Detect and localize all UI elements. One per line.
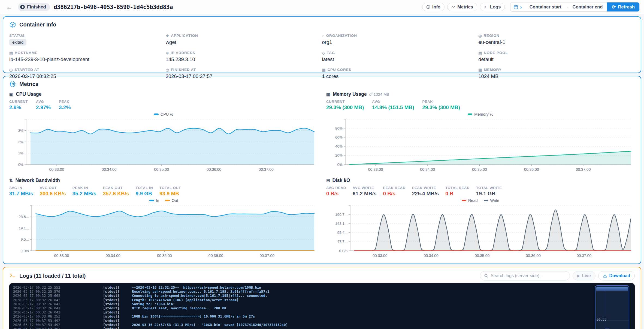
info-field-node-pool: ▤NODE POOLdefault — [478, 51, 635, 62]
range-start-label[interactable]: Container start — [530, 4, 561, 10]
stat-peak-write: PEAK WRITE225.4 MB/s — [412, 186, 439, 197]
disk-io-chart: 0 B/s47.7...95.4...143.1...190.7...00:33… — [326, 203, 635, 259]
status-badge-label: Finished — [27, 4, 46, 10]
svg-text:28.6...: 28.6... — [19, 215, 29, 219]
refresh-button[interactable]: ⟳ Refresh — [607, 2, 639, 11]
svg-text:00:33:00: 00:33:00 — [49, 167, 64, 172]
svg-text:0 B/s: 0 B/s — [20, 249, 29, 253]
container-info-title: Container Info — [19, 22, 56, 28]
chip-icon: ▣ — [322, 68, 326, 72]
info-value: 1024 MB — [478, 73, 635, 79]
stat-peak: PEAK3.2% — [59, 100, 71, 110]
minimap-divider — [605, 291, 605, 329]
memory-usage-title: Memory Usage — [333, 91, 367, 97]
chart-icon — [451, 5, 455, 9]
log-row: 2026-03-17 00:32:26.042[stdout]Saving to… — [13, 302, 635, 306]
legend-read[interactable]: Read — [462, 198, 478, 203]
memory-stats: CURRENT29.3% (300 MB)AVG14.8% (151.5 MB)… — [326, 100, 635, 110]
info-field-memory: ▦MEMORY1024 MB — [478, 68, 635, 79]
range-end-label[interactable]: Container end — [573, 4, 603, 10]
disk-stats: AVG READ0 B/sAVG WRITE61.2 MB/sPEAK READ… — [326, 186, 635, 197]
refresh-icon: ⟳ — [612, 4, 616, 10]
memory-stick-icon: ▦ — [326, 92, 330, 97]
log-row: 2026-03-17 00:37:53.492[stdout]2026-03-1… — [13, 323, 635, 327]
legend-memory-[interactable]: Memory % — [468, 112, 493, 116]
info-field-region: ◎REGIONeu-central-1 — [478, 34, 635, 46]
log-terminal[interactable]: 2026-03-17 00:32:25.552[stdout]--2026-03… — [9, 283, 635, 329]
legend-cpu-[interactable]: CPU % — [154, 112, 174, 116]
nav-button-metrics[interactable]: Metrics — [447, 3, 477, 11]
nav-button-logs[interactable]: Logs — [480, 3, 505, 11]
log-row: 2026-03-17 00:33:08.353[stdout]10GB.bin … — [13, 314, 635, 318]
status-value-badge: exited — [9, 39, 26, 46]
disk-io-title: Disk I/O — [332, 178, 350, 183]
info-field-started-at: ◷STARTED AT2026-03-17 00:32:25 — [9, 68, 166, 79]
svg-text:20%: 20% — [335, 153, 343, 157]
info-value: 2026-03-17 00:37:57 — [166, 73, 322, 79]
svg-text:95.4...: 95.4... — [337, 231, 347, 235]
svg-text:60%: 60% — [335, 135, 343, 139]
log-minimap[interactable]: 00:33 — [595, 285, 629, 329]
svg-text:9.5...: 9.5... — [21, 237, 29, 241]
info-field-finished-at: ◷FINISHED AT2026-03-17 00:37:57 — [166, 68, 322, 79]
svg-text:00:36:00: 00:36:00 — [526, 253, 541, 258]
clock-icon: ◷ — [9, 68, 13, 72]
time-range-control[interactable]: › Container start → Container end ⟳ Refr… — [510, 2, 640, 12]
stat-peak: PEAK29.3% (300 MB) — [422, 100, 460, 110]
stat-total-write: TOTAL WRITE19.1 GB — [476, 186, 502, 197]
log-row: 2026-03-17 00:32:25.576[stdout]Resolving… — [13, 289, 635, 294]
live-button[interactable]: ▶ Live — [573, 271, 595, 280]
legend-in[interactable]: In — [149, 198, 159, 203]
network-stats: AVG IN31.7 MB/sAVG OUT300.6 KB/sPEAK IN3… — [9, 186, 318, 197]
network-bandwidth-chart: 0 B/s9.5...19.1...28.6...00:33:0000:34:0… — [9, 203, 318, 259]
cpu-usage-panel: ▣ CPU Usage CURRENT2.9%AVG2.97%PEAK3.2% … — [9, 91, 318, 173]
info-value: 145.239.3.10 — [166, 56, 322, 62]
terminal-icon — [484, 5, 488, 9]
info-value: default — [478, 56, 635, 62]
legend-write[interactable]: Write — [484, 198, 500, 203]
svg-text:190.7...: 190.7... — [335, 213, 347, 217]
date-picker-button[interactable]: › — [510, 2, 525, 11]
log-search[interactable] — [480, 271, 570, 280]
container-info-grid: STATUSexited❖APPLICATIONwget⌂ORGANIZATIO… — [9, 34, 635, 79]
info-field-hostname: ▤HOSTNAMEip-145-239-3-10-planz-developme… — [9, 51, 166, 62]
info-icon — [426, 5, 430, 9]
svg-text:00:34:00: 00:34:00 — [424, 253, 439, 258]
svg-text:00:35:00: 00:35:00 — [475, 253, 490, 258]
container-cube-icon — [9, 21, 16, 28]
minimap-time-label: 00:33 — [597, 318, 606, 321]
svg-text:80%: 80% — [335, 126, 343, 130]
metrics-card: Metrics ▣ CPU Usage CURRENT2.9%AVG2.97%P… — [3, 76, 641, 264]
svg-text:00:36:00: 00:36:00 — [207, 167, 222, 172]
nav-button-info[interactable]: Info — [422, 3, 445, 11]
info-value: wget — [166, 39, 322, 45]
memory-chart-legend: Memory % — [326, 112, 635, 117]
svg-text:00:34:00: 00:34:00 — [420, 167, 435, 172]
svg-text:00:36:00: 00:36:00 — [524, 167, 539, 172]
stat-avg-out: AVG OUT300.6 KB/s — [40, 186, 66, 197]
download-button[interactable]: Download — [598, 271, 635, 280]
stat-current: CURRENT29.3% (300 MB) — [326, 100, 364, 110]
svg-text:00:37:00: 00:37:00 — [577, 253, 592, 258]
stat-avg: AVG14.8% (151.5 MB) — [372, 100, 414, 110]
app-icon: ❖ — [166, 34, 169, 38]
info-value: latest — [322, 56, 479, 62]
log-search-input[interactable] — [491, 273, 566, 278]
svg-text:40%: 40% — [335, 144, 343, 148]
svg-text:0%: 0% — [337, 163, 343, 167]
arrow-right-icon: → — [565, 4, 569, 10]
cpu-usage-title: CPU Usage — [16, 91, 41, 97]
logs-title: Logs (11 loaded / 11 total) — [19, 273, 86, 279]
chevron-right-icon: › — [520, 4, 522, 10]
logs-terminal-icon — [9, 272, 16, 280]
info-field-organization: ⌂ORGANIZATIONorg1 — [322, 34, 479, 46]
log-row: 2026-03-17 00:32:25.668[stdout]Connectin… — [13, 294, 635, 298]
top-header-bar: ← Finished d386217b-b496-4053-8590-1d4c5… — [0, 0, 644, 14]
minimap-viewport[interactable] — [596, 287, 628, 291]
back-arrow-icon[interactable]: ← — [4, 3, 14, 11]
info-value: 1 cores — [322, 73, 479, 79]
svg-text:47.7...: 47.7... — [337, 240, 347, 244]
network-bandwidth-panel: ⇅ Network Bandwidth AVG IN31.7 MB/sAVG O… — [9, 178, 318, 259]
legend-out[interactable]: Out — [165, 198, 178, 203]
page-title: d386217b-b496-4053-8590-1d4c5b3dd83a — [54, 4, 173, 10]
